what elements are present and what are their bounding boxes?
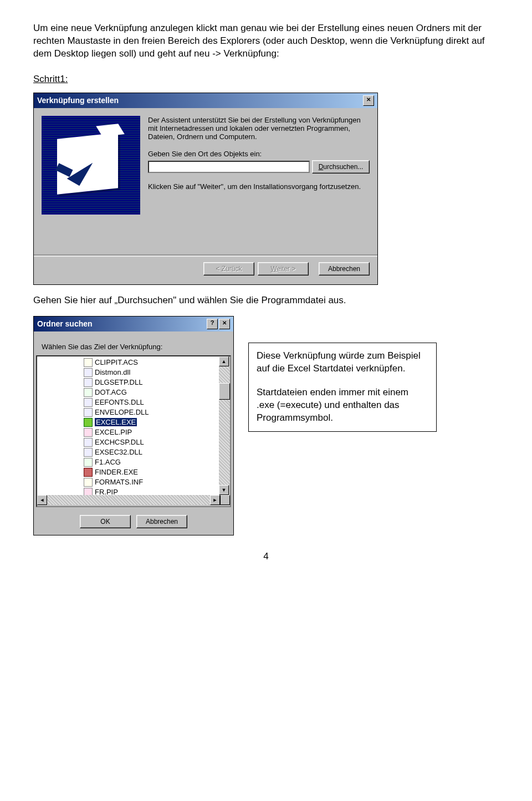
- close-icon[interactable]: [363, 95, 374, 106]
- object-path-input[interactable]: [148, 161, 310, 173]
- file-icon: [84, 458, 93, 467]
- file-icon: [84, 448, 93, 457]
- list-item[interactable]: DLGSETP.DLL: [39, 377, 217, 387]
- note-paragraph-1: Diese Verknüpfung würde zum Beispiel auf…: [257, 350, 428, 375]
- close-icon[interactable]: [219, 319, 230, 329]
- file-icon: [84, 358, 93, 367]
- list-item[interactable]: EEFONTS.DLL: [39, 397, 217, 407]
- list-item[interactable]: Distmon.dll: [39, 368, 217, 377]
- cancel-button[interactable]: Abbrechen: [319, 262, 370, 275]
- browse-button[interactable]: Durchsuchen...: [312, 160, 370, 174]
- ok-button[interactable]: OK: [80, 515, 131, 528]
- horizontal-scrollbar[interactable]: ◄ ►: [37, 495, 230, 506]
- file-icon: [84, 368, 93, 377]
- scroll-left-button[interactable]: ◄: [37, 495, 47, 505]
- browse-cancel-button[interactable]: Abbrechen: [136, 515, 187, 528]
- wizard-description: Der Assistent unterstützt Sie bei der Er…: [148, 116, 370, 141]
- list-item[interactable]: EXCHCSP.DLL: [39, 437, 217, 447]
- list-item-label: DLGSETP.DLL: [95, 378, 142, 386]
- file-icon: [84, 438, 93, 447]
- between-instruction: Gehen Sie hier auf „Durchsuchen" und wäh…: [33, 295, 499, 306]
- scroll-up-button[interactable]: ▲: [219, 356, 229, 366]
- back-button: < Zurück: [203, 262, 254, 275]
- file-icon: [84, 418, 93, 427]
- list-item-label: EXCEL.PIP: [95, 428, 132, 436]
- list-item[interactable]: F1.ACG: [39, 457, 217, 467]
- file-icon: [84, 428, 93, 437]
- list-item[interactable]: EXCEL.EXE: [39, 417, 217, 427]
- scroll-down-button[interactable]: ▼: [219, 485, 229, 495]
- help-icon[interactable]: [207, 319, 218, 329]
- file-icon: [84, 468, 93, 477]
- list-item[interactable]: DOT.ACG: [39, 387, 217, 397]
- list-item-label: DOT.ACG: [95, 388, 127, 396]
- list-item-label: F1.ACG: [95, 458, 121, 466]
- list-item[interactable]: EXCEL.PIP: [39, 427, 217, 437]
- file-icon: [84, 408, 93, 417]
- list-item-label: EEFONTS.DLL: [95, 398, 144, 406]
- file-icon: [84, 488, 93, 495]
- list-item[interactable]: FORMATS.INF: [39, 477, 217, 487]
- step-heading: Schritt1:: [33, 74, 499, 85]
- dialog-title: Verknüpfung erstellen: [37, 96, 363, 105]
- intro-paragraph: Um eine neue Verknüpfung anzulegen klick…: [33, 22, 499, 60]
- side-note: Diese Verknüpfung würde zum Beispiel auf…: [248, 343, 437, 432]
- folder-tree[interactable]: CLIPPIT.ACSDistmon.dllDLGSETP.DLLDOT.ACG…: [36, 355, 231, 507]
- browse-dialog-title: Ordner suchen: [37, 319, 207, 328]
- list-item-label: FINDER.EXE: [95, 468, 138, 476]
- scroll-right-button[interactable]: ►: [210, 495, 220, 505]
- list-item-label: FR.PIP: [95, 488, 118, 495]
- list-item[interactable]: EXSEC32.DLL: [39, 447, 217, 457]
- list-item[interactable]: FR.PIP: [39, 487, 217, 495]
- wizard-illustration: [42, 116, 140, 215]
- next-button: Weiter >: [258, 262, 309, 275]
- list-item[interactable]: ENVELOPE.DLL: [39, 407, 217, 417]
- browse-prompt: Wählen Sie das Ziel der Verknüpfung:: [36, 337, 233, 351]
- wizard-continue-label: Klicken Sie auf "Weiter", um den Install…: [148, 182, 370, 191]
- browse-dialog-titlebar: Ordner suchen: [34, 317, 233, 331]
- scroll-corner: [220, 495, 230, 505]
- list-item-label: EXSEC32.DLL: [95, 448, 142, 456]
- list-item[interactable]: FINDER.EXE: [39, 467, 217, 477]
- file-icon: [84, 388, 93, 397]
- list-item-label: Distmon.dll: [95, 368, 130, 376]
- list-item-label: EXCEL.EXE: [95, 418, 137, 426]
- list-item-label: CLIPPIT.ACS: [95, 358, 138, 366]
- folder-browse-dialog: Ordner suchen Wählen Sie das Ziel der Ve…: [33, 316, 234, 535]
- list-item[interactable]: CLIPPIT.ACS: [39, 358, 217, 368]
- file-icon: [84, 478, 93, 487]
- file-icon: [84, 398, 93, 407]
- note-paragraph-2: Startdateien enden immer mit einem .exe …: [257, 386, 428, 425]
- create-shortcut-dialog: Verknüpfung erstellen Der Assistent unte…: [33, 93, 378, 285]
- path-label: Geben Sie den Ort des Objekts ein:: [148, 150, 370, 158]
- list-item-label: FORMATS.INF: [95, 478, 143, 486]
- file-icon: [84, 378, 93, 387]
- vertical-scrollbar[interactable]: ▲ ▼: [219, 356, 230, 495]
- list-item-label: ENVELOPE.DLL: [95, 408, 149, 416]
- page-number: 4: [33, 551, 499, 562]
- dialog-titlebar: Verknüpfung erstellen: [34, 93, 377, 108]
- list-item-label: EXCHCSP.DLL: [95, 438, 144, 446]
